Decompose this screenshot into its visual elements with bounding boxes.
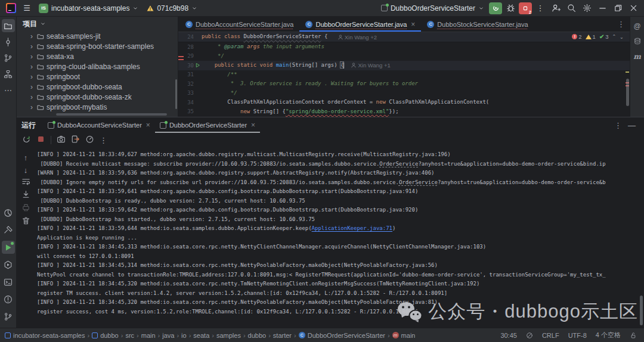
close-tab-icon[interactable]: × [251,121,255,129]
console-scrollbar-thumb[interactable] [640,296,643,325]
close-tab-icon[interactable]: × [411,20,415,29]
tool-button-run[interactable] [2,241,15,254]
tree-item[interactable]: › springboot-mybatis [17,102,178,112]
breadcrumb-item[interactable]: samples [216,332,241,339]
more-actions-button[interactable]: ⋮ [533,2,547,15]
code-line[interactable]: 34 ClassPathXmlApplicationContext orderC… [178,98,630,107]
project-panel-header[interactable]: 项目 [17,17,178,31]
breadcrumb-item[interactable]: CDubboOrderServiceStarter [299,332,385,339]
breadcrumb-item[interactable]: dubbo [248,332,267,339]
hide-panel-icon[interactable]: — [628,122,636,129]
kebab-icon[interactable]: ⋮ [614,122,622,129]
project-widget[interactable]: IS incubator-seata-samples [35,2,142,15]
tool-button-project[interactable] [2,19,15,32]
tool-button-more-tools[interactable]: ⋯ [2,83,15,97]
code-line[interactable]: 32 * 3. Order service is ready . Waiting… [178,79,630,89]
tree-item[interactable]: › springboot-dubbo-seata-zk [17,92,178,102]
run-configuration-selector[interactable]: DubboOrderServiceStarter [377,2,488,15]
vcs-widget[interactable]: 071c9b98 [143,2,201,15]
code-line[interactable]: 35 new String[] {"spring/dubbo-order-ser… [178,107,630,117]
console-link[interactable]: ApplicationKeeper.java:71 [312,225,392,231]
scroll-to-end-button[interactable] [21,190,30,201]
code-line[interactable]: 33 */ [178,89,630,98]
down-stack-button[interactable]: ↓ [24,164,28,175]
code-line[interactable]: 31 /** [178,70,630,80]
indent-setting[interactable]: 4 个空格 [596,331,621,340]
code-line[interactable]: 29 */ [178,52,630,61]
editor-tab[interactable]: C DubboOrderServiceStarter.java × [299,17,421,32]
breadcrumb-item[interactable]: mmain [392,332,416,339]
breadcrumb-item[interactable]: io [181,332,187,339]
caret-position[interactable]: 30:45 [500,332,517,339]
thread-dump-button[interactable] [57,135,66,146]
breadcrumb-item[interactable]: dubbo [92,332,119,339]
console-output[interactable]: [INFO ] 2024-11-21 18:33:49,627 method:o… [35,147,644,328]
project-vertical-scrollbar[interactable] [175,79,177,109]
author-annotation[interactable]: Xin Wang +2 [338,34,377,41]
ai-assistant-icon[interactable]: @ [633,23,640,30]
breadcrumb-item[interactable]: src [125,332,134,339]
up-stack-button[interactable]: ↑ [24,152,28,163]
tree-item[interactable]: › springboot-dubbo-seata [17,82,178,92]
more-options-button[interactable]: ⋮ [100,135,107,145]
search-everywhere-button[interactable] [564,2,578,15]
tree-item[interactable]: › seata-spring-boot-starter-samples [17,41,178,51]
editor-tab[interactable]: C DubboAccountServiceStarter.java [179,17,299,32]
tool-button-terminal[interactable] [2,275,15,288]
restore-button[interactable] [611,2,625,15]
next-problem-icon[interactable]: ⌃ [620,34,624,39]
settings-button[interactable] [580,2,594,15]
tree-item[interactable]: › seata-samples-jit [17,31,178,41]
warning-count[interactable]: 1 [586,33,596,40]
stop-button[interactable] [36,135,45,146]
tool-button-git[interactable] [2,310,15,323]
code-line[interactable]: 24 public class DubboOrderServiceStarter… [178,32,630,42]
breadcrumb-item[interactable]: main [141,332,156,339]
code-with-me-button[interactable] [549,2,563,15]
rerun-button[interactable] [22,135,31,146]
author-annotation[interactable]: Xin Wang +1 [351,62,390,69]
minimize-button[interactable] [595,2,609,15]
editor-tab[interactable]: C DubboStockServiceStarter.java [421,17,534,32]
line-separator[interactable]: CRLF [542,332,559,339]
run-tab[interactable]: DubboOrderServiceStarter × [155,117,260,133]
breadcrumb-item[interactable]: incubator-seata-samples [5,332,85,339]
stop-button[interactable]: 2 [519,2,532,14]
breadcrumb-item[interactable]: java [162,332,174,339]
main-menu-button[interactable]: ☰ [20,2,34,15]
tool-button-build[interactable] [2,223,15,237]
print-button[interactable] [21,203,30,214]
editor-scrollbar-thumb[interactable] [626,79,629,106]
clear-console-button[interactable] [21,216,30,228]
tool-button-pull-requests[interactable] [2,51,15,64]
maven-icon[interactable]: m [633,52,641,61]
error-count[interactable]: ! 2 [572,33,581,40]
tab-options-button[interactable]: ⋮ [612,17,630,32]
run-button[interactable] [489,2,502,14]
soft-wrap-button[interactable] [21,177,30,188]
inspections-widget[interactable]: ! 2 1 ✔ 3 ⌃ ⌃ [572,33,624,40]
attach-button[interactable] [71,135,80,146]
passed-count[interactable]: ✔ 3 [599,33,609,40]
breadcrumb-item[interactable]: seata [193,332,209,339]
tree-item[interactable]: › springboot [17,71,178,82]
file-encoding[interactable]: UTF-8 [568,332,587,339]
tree-item[interactable]: › spring-cloud-alibaba-samples [17,61,178,71]
profiler-button[interactable] [85,135,94,146]
run-tab[interactable]: DubboAccountServiceStarter × [43,117,155,133]
editor-scrollbar[interactable] [625,43,630,117]
debug-button[interactable] [503,2,518,15]
breadcrumb-item[interactable]: starter [273,332,292,339]
project-horizontal-scrollbar[interactable] [56,113,167,116]
prev-problem-icon[interactable]: ⌃ [612,34,617,39]
tool-button-structure[interactable] [2,67,15,80]
close-button[interactable] [626,2,640,15]
close-tab-icon[interactable]: × [146,121,150,129]
tool-button-commit[interactable] [2,35,15,48]
tool-button-services[interactable] [2,258,15,271]
code-line[interactable]: 28 * @param args the input arguments [178,42,630,52]
code-line[interactable]: 30 public static void main(String[] args… [178,61,630,70]
gutter[interactable] [194,63,202,68]
tree-item[interactable]: › seata-xa [17,51,178,61]
tool-button-profiler[interactable] [2,206,15,219]
